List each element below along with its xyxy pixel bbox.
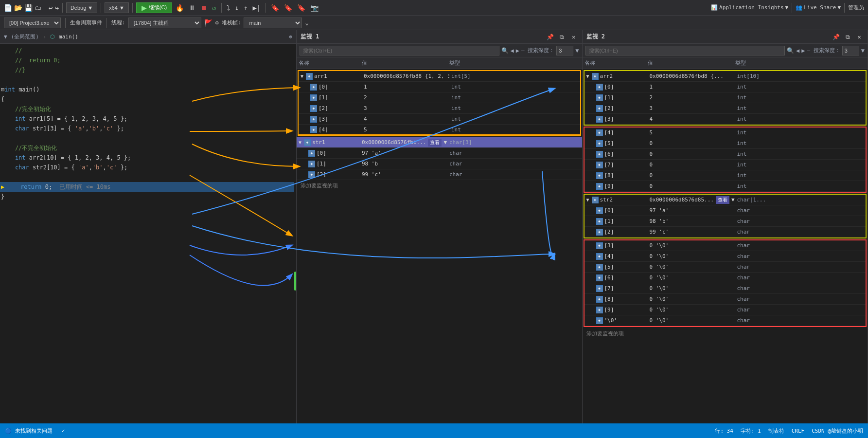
search2-nav-right[interactable]: ▶: [801, 47, 805, 54]
table-row[interactable]: ◈ [7] 0 '\0' char: [585, 283, 866, 294]
view-dropdown-icon[interactable]: ▼: [443, 139, 447, 146]
new-file-icon[interactable]: 📄: [4, 4, 12, 12]
process-selector[interactable]: [00] Project3.exe: [4, 18, 61, 28]
table-row[interactable]: ◈ [5] 0 '\0' char: [585, 262, 866, 273]
app-insights-btn[interactable]: 📊 Application Insights ▼: [711, 4, 788, 11]
table-row[interactable]: ◈ [7] 0 int: [585, 160, 866, 170]
step-out-icon[interactable]: ↑: [242, 4, 249, 12]
table-row[interactable]: ▼ ◈ str1 0x0000006d8576fbb... 查看 ▼ char[…: [297, 137, 582, 148]
search-nav-right[interactable]: ▶: [516, 47, 519, 54]
table-row[interactable]: ◈ [8] 0 int: [585, 170, 866, 181]
table-row[interactable]: ◈ [0] 97 'a' char: [585, 205, 866, 216]
live-share-btn[interactable]: 👥 Live Share ▼: [796, 4, 841, 11]
watch2-depth-arrow[interactable]: ▼: [861, 47, 865, 54]
sep6: [266, 3, 266, 13]
view2-dropdown[interactable]: ▼: [731, 197, 735, 203]
table-row[interactable]: ◈ [2] 3 int: [585, 103, 866, 114]
code-line-arr1: int arr1[5] = { 1, 2, 3, 4, 5 };: [0, 114, 296, 124]
table-row[interactable]: ◈ [4] 5 int: [299, 125, 580, 135]
table-row[interactable]: ▼ ◈ str2 0x0000006d8576d85... 查看 ▼ char[…: [585, 195, 866, 205]
open-icon[interactable]: 📂: [14, 4, 22, 12]
table-row[interactable]: ◈ '\0' 0 '\0' char: [585, 315, 866, 326]
table-row[interactable]: ◈ [6] 0 '\0' char: [585, 273, 866, 283]
search-nav-left[interactable]: ◀: [511, 47, 514, 54]
watch2-table-header: 名称 值 类型: [583, 57, 868, 69]
table-row[interactable]: ◈ [0] 97 'a' char: [297, 148, 582, 159]
camera-icon[interactable]: 📷: [309, 4, 320, 12]
thread-nav-icon[interactable]: ⊕: [215, 19, 219, 26]
table-row[interactable]: ◈ [5] 0 int: [585, 138, 866, 149]
table-row[interactable]: ◈ [0] 1 int: [585, 82, 866, 92]
watch1-float-icon[interactable]: ⧉: [558, 33, 567, 41]
row-name: ◈ [3]: [585, 242, 648, 249]
thread-flag-icon[interactable]: 🚩: [204, 19, 213, 27]
step-into-icon[interactable]: ↓: [233, 4, 240, 12]
stack-selector[interactable]: main: [244, 18, 302, 28]
table-row[interactable]: ◈ [4] 5 int: [585, 128, 866, 138]
table-row[interactable]: ▼ ◈ arr2 0x0000006d8576fbd8 {... int[10]: [585, 71, 866, 82]
add-code-icon[interactable]: ⊕: [289, 34, 292, 40]
table-row[interactable]: ◈ [3] 4 int: [299, 114, 580, 125]
add-watch-row[interactable]: 添加要监视的项: [297, 180, 582, 191]
table-row[interactable]: ◈ [4] 0 '\0' char: [585, 251, 866, 262]
platform-btn[interactable]: x64 ▼: [105, 2, 129, 13]
bookmark2-icon[interactable]: 🔖: [283, 4, 294, 12]
row-value: 98 'b': [648, 218, 735, 224]
stop-icon[interactable]: ⏹: [199, 4, 209, 12]
table-row[interactable]: ◈ [2] 3 int: [299, 103, 580, 114]
table-row[interactable]: ◈ [1] 2 int: [585, 92, 866, 103]
search2-nav-left[interactable]: ◀: [796, 47, 799, 54]
undo-icon[interactable]: ↩: [49, 4, 53, 12]
table-row[interactable]: ◈ [3] 0 '\0' char: [585, 240, 866, 251]
row-value: 97 'a': [360, 150, 447, 156]
continue-btn[interactable]: ▶ 继续(C): [136, 2, 172, 13]
search-depth-label: — 搜索深度：: [521, 47, 554, 54]
redo-icon[interactable]: ↪: [54, 4, 58, 12]
row-value: 3: [362, 105, 449, 111]
view-btn[interactable]: 查看: [428, 139, 442, 146]
watch1-close-icon[interactable]: ✕: [569, 33, 578, 41]
table-row[interactable]: ◈ [2] 99 'c' char: [585, 227, 866, 237]
str2-group: ▼ ◈ str2 0x0000006d8576d85... 查看 ▼ char[…: [584, 194, 867, 238]
var-icon: ◈: [596, 274, 603, 281]
thread-selector[interactable]: [17804] 主线程: [128, 18, 201, 28]
view2-btn[interactable]: 查看: [716, 196, 729, 204]
table-row[interactable]: ▼ ◈ arr1 0x0000006d8576fb88 {1, 2, 3... …: [299, 71, 580, 82]
watch1-pin-icon[interactable]: 📌: [546, 33, 555, 41]
admin-btn[interactable]: 管理员: [848, 4, 864, 11]
run-cursor-icon[interactable]: ▶|: [251, 4, 262, 12]
table-row[interactable]: ◈ [9] 0 '\0' char: [585, 305, 866, 315]
table-row[interactable]: ◈ [6] 0 int: [585, 149, 866, 160]
watch2-float-icon[interactable]: ⧉: [843, 33, 852, 41]
save-icon[interactable]: 💾: [24, 4, 33, 12]
watch1-depth-arrow[interactable]: ▼: [575, 47, 579, 54]
watch2-close-icon[interactable]: ✕: [855, 33, 864, 41]
watch2-depth-input[interactable]: [842, 46, 859, 55]
watch1-depth-input[interactable]: [556, 46, 573, 55]
table-row[interactable]: ◈ [2] 99 'c' char: [297, 169, 582, 180]
pause-icon[interactable]: ⏸: [187, 4, 197, 12]
watch1-search-input[interactable]: [300, 46, 499, 55]
add-watch-row-2[interactable]: 添加要监视的项: [583, 328, 868, 339]
table-row[interactable]: ◈ [1] 98 'b' char: [585, 216, 866, 227]
arr2-group: ▼ ◈ arr2 0x0000006d8576fbd8 {... int[10]…: [584, 70, 867, 126]
stack-expand-icon[interactable]: ⌄: [305, 19, 308, 26]
table-row[interactable]: ◈ [3] 4 int: [585, 114, 866, 125]
step-over-icon[interactable]: ⤵: [225, 4, 231, 12]
breadcrumb: ▼ (全局范围) › ⬡ main() ⊕: [0, 30, 296, 44]
row-name: ◈ [0]: [585, 84, 648, 91]
watch2-pin-icon[interactable]: 📌: [832, 33, 840, 41]
save-all-icon[interactable]: 🗂: [35, 4, 41, 12]
row-name: ◈ [2]: [297, 171, 360, 178]
table-row[interactable]: ◈ [9] 0 int: [585, 181, 866, 192]
bookmark3-icon[interactable]: 🔖: [296, 4, 307, 12]
hot-reload-icon[interactable]: 🔥: [174, 4, 185, 12]
restart-icon[interactable]: ↺: [211, 4, 217, 12]
table-row[interactable]: ◈ [1] 2 int: [299, 92, 580, 103]
debug-mode-btn[interactable]: Debug ▼: [66, 2, 97, 13]
bookmark-icon[interactable]: 🔖: [269, 4, 281, 12]
table-row[interactable]: ◈ [0] 1 int: [299, 82, 580, 92]
watch2-search-input[interactable]: [585, 46, 785, 55]
table-row[interactable]: ◈ [1] 98 'b char: [297, 159, 582, 169]
table-row[interactable]: ◈ [8] 0 '\0' char: [585, 294, 866, 305]
